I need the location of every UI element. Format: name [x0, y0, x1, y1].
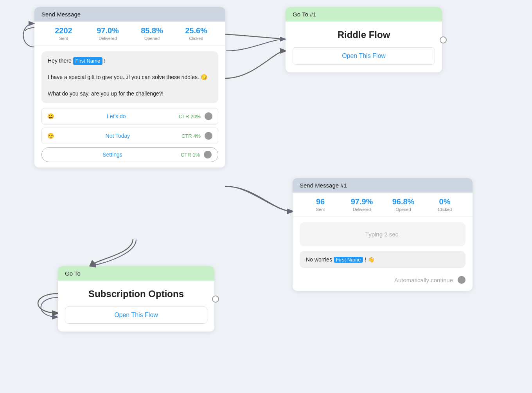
goto-flow1-body: Riddle Flow Open This Flow [286, 22, 442, 72]
send-message1-stats: 96 Sent 97.9% Delivered 96.8% Opened 0% … [293, 193, 473, 217]
settings-row[interactable]: Settings CTR 1% [41, 147, 218, 162]
connector-dot-3 [204, 151, 212, 159]
first-name-tag-1: First Name [73, 57, 103, 65]
stat-delivered-value: 97.0% [86, 26, 130, 35]
open-flow1-button[interactable]: Open This Flow [293, 47, 435, 65]
connector-dot-2 [205, 132, 212, 140]
stat1-clicked: 0% Clicked [424, 197, 466, 212]
btn-ctr-2: CTR 4% [182, 133, 201, 139]
typing-bubble: Typing 2 sec. [300, 222, 466, 246]
stat-sent-value: 2202 [41, 26, 86, 35]
stat-opened-label: Opened [130, 36, 174, 41]
stat-sent-label: Sent [41, 36, 86, 41]
stat1-sent: 96 Sent [300, 197, 341, 212]
stat-clicked-value: 25.6% [174, 26, 218, 35]
goto-flow-title: Subscription Options [65, 288, 207, 299]
connector-dot-1 [205, 112, 212, 120]
goto-flow1-card: Go To #1 Riddle Flow Open This Flow [286, 7, 442, 72]
goto-flow1-header: Go To #1 [286, 7, 442, 22]
settings-ctr: CTR 1% [181, 152, 200, 158]
goto-flow-connector [212, 296, 219, 303]
no-worries-text: No worries [306, 256, 334, 263]
auto-continue-connector [458, 276, 466, 284]
msg-text-2: I have a special gift to give you...if y… [48, 74, 207, 80]
message-bubble-1: Hey there First Name ! I have a special … [41, 51, 218, 103]
msg-text-1: Hey there [48, 58, 73, 64]
open-flow-button[interactable]: Open This Flow [65, 306, 207, 324]
stat-clicked: 25.6% Clicked [174, 26, 218, 41]
goto-flow-card: Go To Subscription Options Open This Flo… [58, 266, 214, 332]
btn-ctr-1: CTR 20% [179, 114, 201, 119]
stat1-clicked-label: Clicked [424, 207, 466, 212]
auto-continue-text: Automatically continue [394, 277, 453, 283]
btn-lets-do[interactable]: 😀 Let's do CTR 20% [41, 108, 218, 124]
send-message-header: Send Message [34, 7, 225, 22]
send-message-stats: 2202 Sent 97.0% Delivered 85.8% Opened 2… [34, 22, 225, 46]
stat1-opened-value: 96.8% [383, 197, 424, 206]
send-message1-body: Typing 2 sec. No worries First Name ! 👋 … [293, 217, 473, 291]
stat1-opened-label: Opened [383, 207, 424, 212]
send-message1-card: Send Message #1 96 Sent 97.9% Delivered … [293, 178, 473, 291]
stat-clicked-label: Clicked [174, 36, 218, 41]
send-message-body: Hey there First Name ! I have a special … [34, 46, 225, 168]
settings-label: Settings [48, 151, 177, 158]
stat1-clicked-value: 0% [424, 197, 466, 206]
goto-flow1-title: Riddle Flow [293, 29, 435, 40]
goto-flow-body: Subscription Options Open This Flow [58, 281, 214, 332]
no-worries-text-after: ! 👋 [365, 256, 374, 263]
stat1-delivered-value: 97.9% [341, 197, 383, 206]
stat-opened-value: 85.8% [130, 26, 174, 35]
stat1-opened: 96.8% Opened [383, 197, 424, 212]
stat1-delivered-label: Delivered [341, 207, 383, 212]
send-message1-header: Send Message #1 [293, 178, 473, 193]
goto-flow-header: Go To [58, 266, 214, 281]
btn-label-1: Let's do [58, 113, 175, 119]
stat1-sent-label: Sent [300, 207, 341, 212]
msg-text-3: What do you say, are you up for the chal… [48, 90, 164, 97]
no-worries-bubble: No worries First Name ! 👋 [300, 251, 466, 268]
stat-delivered: 97.0% Delivered [86, 26, 130, 41]
stat1-sent-value: 96 [300, 197, 341, 206]
btn-not-today[interactable]: 😒 Not Today CTR 4% [41, 128, 218, 144]
stat-delivered-label: Delivered [86, 36, 130, 41]
stat-opened: 85.8% Opened [130, 26, 174, 41]
stat-sent: 2202 Sent [41, 26, 86, 41]
auto-continue-row: Automatically continue [300, 273, 466, 285]
goto-flow1-connector [440, 36, 447, 43]
stat1-delivered: 97.9% Delivered [341, 197, 383, 212]
send-message-card: Send Message 2202 Sent 97.0% Delivered 8… [34, 7, 225, 168]
btn-emoji-1: 😀 [47, 113, 54, 119]
msg-text-exclaim-1: ! [104, 58, 106, 64]
btn-label-2: Not Today [58, 133, 178, 139]
btn-emoji-2: 😒 [47, 133, 54, 139]
first-name-tag-2: First Name [334, 257, 363, 263]
